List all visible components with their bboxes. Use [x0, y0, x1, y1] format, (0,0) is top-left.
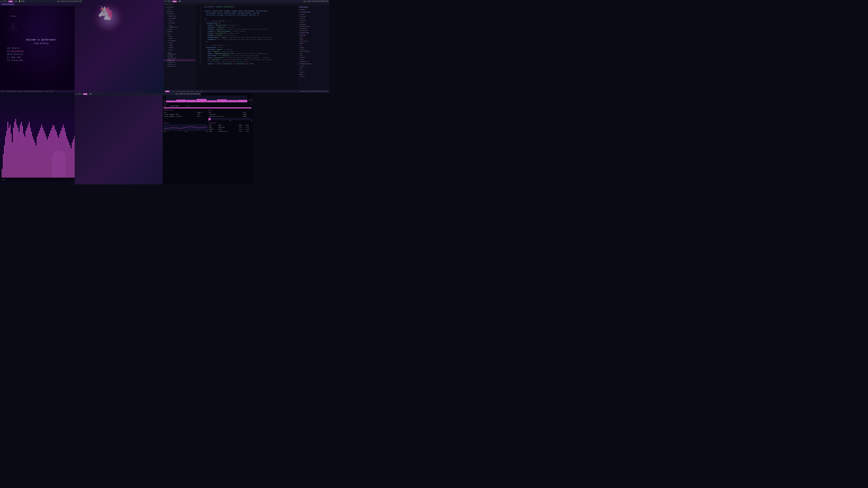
sm-temp-disk-row: Temperatures Dev Temp(°) card0 (amdgpu):… — [164, 109, 252, 122]
ce-tree-profiles[interactable]: ▾ profiles — [164, 13, 195, 15]
qb-menu-item-quickmarks[interactable]: [b] [Quickmarks] — [7, 50, 24, 53]
sm-proc-mem-3: 0.3% — [245, 130, 252, 132]
ce-tree-label: .dotfiles — [166, 6, 174, 8]
cava-bar — [59, 133, 60, 177]
cava-bar — [28, 125, 29, 177]
sm-proc-row-1: 2929 Hyprland 0.3% 0.4% — [209, 126, 252, 128]
sm-disks-table: Dev Size /dev/dm-0 / 504GB /dev/dm-0 /ni… — [209, 111, 252, 118]
ce-tree-lang[interactable]: ▸ lang — [164, 42, 195, 44]
cava-bar — [51, 131, 51, 177]
ce-tree-personal[interactable]: ▸ personal — [164, 17, 195, 20]
ce-tree-home[interactable]: ▸ home — [164, 37, 195, 39]
ce-outline-spawneditor: spawnEditor — [298, 61, 329, 63]
qb-tab-active[interactable]: Tech Profile — [1, 3, 15, 5]
cava-bar — [53, 125, 53, 177]
ce-tree-user[interactable]: ▾ user — [164, 33, 195, 35]
ce-tree-label: install.sh — [167, 66, 176, 67]
ce-tree-wsl[interactable]: ▸ wsl — [164, 24, 195, 26]
ce-outline-locale: locale — [298, 22, 329, 24]
folder-icon: ▾ — [166, 33, 167, 35]
cava-bar — [16, 119, 16, 177]
sm-net-download: 54.0 — [185, 131, 188, 132]
cpu-label2: 20% — [178, 0, 181, 2]
ce-tree-wm[interactable]: ▸ wm — [164, 51, 195, 53]
folder-icon: ▸ — [168, 35, 169, 37]
ce-tree-hardensh[interactable]: · harden.sh — [164, 61, 195, 63]
cava-bar — [52, 128, 52, 177]
folder-icon: ▸ — [166, 31, 167, 33]
cava-bar — [29, 122, 30, 177]
sm-disk-bar-fill — [209, 118, 211, 120]
folder-icon: ▸ — [168, 49, 169, 51]
sm-disks-header: Disks — [209, 109, 252, 111]
cava-bar — [35, 142, 35, 177]
cava-bar — [45, 133, 45, 177]
sm-proc-name-3: pipewire-pu... — [218, 130, 239, 132]
sm-proc-th-cpu: CPU% — [238, 124, 245, 126]
sm-disk-0s2: 0s — [251, 120, 252, 122]
ce-code-content[interactable]: description = "Flake of LibrePhoenix"; o… — [202, 5, 298, 90]
ce-tree-patches[interactable]: ▸ patches — [164, 10, 195, 13]
cava-bar — [27, 128, 27, 177]
qb-menu-item-search[interactable]: [o] [Search] — [7, 46, 24, 50]
cava-bar — [19, 132, 20, 177]
sm-temp-table: Dev Temp(°) card0 (amdgpu): edge 49°C ca… — [164, 111, 208, 118]
cava-bar — [54, 126, 55, 177]
qb-welcome: Welcome to Qutebrowser — [0, 39, 83, 41]
ce-tree-installsh[interactable]: · install.sh — [164, 65, 195, 67]
qb-tabbar[interactable]: Tech Profile — [0, 3, 83, 6]
datetime3: Sat 2024-03-09 05:06:00 PM — [176, 93, 200, 95]
cava-bar — [65, 132, 66, 177]
cava-bar — [39, 131, 40, 177]
qb-menu-item-newtab[interactable]: [t] [New tab] — [7, 56, 24, 59]
ce-tree-shell[interactable]: ▸ shell — [164, 46, 195, 48]
ce-tree-style[interactable]: ▸ style — [164, 48, 195, 51]
ce-tree-app[interactable]: ▸ app — [164, 35, 195, 37]
sm-proc-mem-1: 0.4% — [245, 126, 252, 128]
ce-tree-label: style — [169, 49, 174, 51]
topbar-right-monitor: ◆ Tech 100% 20% Sat 2024-03-09 05:06:00 … — [164, 0, 329, 3]
ce-outline-term: term — [298, 53, 329, 55]
ce-outline-browser: browser — [298, 48, 329, 51]
battery-badge3: 100% — [83, 93, 88, 95]
folder-icon: ▸ — [168, 42, 169, 44]
ce-tree-readmeorg1[interactable]: · README.org — [164, 26, 195, 28]
cava-window: cava — [0, 93, 74, 184]
ce-tree-themes[interactable]: ▸ themes — [164, 31, 195, 33]
ce-status-mode: Nix — [165, 91, 169, 92]
cava-bar — [6, 131, 7, 177]
ce-tree-license[interactable]: · LICENSE — [164, 55, 195, 57]
ce-status-right: Producer.p/LibrePhoenix.p Nix main — [300, 91, 328, 92]
ce-tree-system[interactable]: ▸ system — [164, 28, 195, 31]
ce-tree-pkgs[interactable]: ▸ pkgs — [164, 44, 195, 46]
ce-tree-installorg[interactable]: · install.org — [164, 63, 195, 65]
sm-cpu-graph: 100% 11 AVG 13 0 8 — [164, 96, 252, 102]
ce-tree-worklab[interactable]: ▸ worklab — [164, 22, 195, 24]
sm-memory-pct2: 0s — [188, 105, 189, 107]
sm-disk-labels: 0s 0% 0s — [209, 120, 252, 122]
sm-net-idle: 0% — [206, 131, 208, 132]
datetime: Sat 2024-03-09 05:06:00 PM — [57, 0, 82, 2]
qb-menu-item-closetab[interactable]: [x] [Close tab] — [7, 59, 24, 62]
ce-outline-editor: editor — [298, 59, 329, 61]
cpu-core-bar — [217, 99, 227, 102]
ce-outline-panel: ▸ description ▸ outputs ▾ systemSettings… — [298, 5, 329, 90]
ce-tree-root[interactable]: ▾ .dotfiles — [164, 6, 195, 8]
sm-memory-bar — [164, 107, 252, 108]
sm-proc-name-1: Hyprland — [218, 126, 239, 128]
ce-tree-git[interactable]: ▸ .git — [164, 8, 195, 10]
ce-tree-flakenix[interactable]: · flake.nix — [164, 59, 195, 61]
sm-memory-header-row: Memory 0s — [164, 103, 252, 105]
ce-tree-hardware[interactable]: ▸ hardware — [164, 39, 195, 42]
ce-tree-label: wsl — [169, 24, 172, 26]
sm-disk-th-dev: Dev — [209, 111, 242, 113]
cava-bar — [37, 136, 37, 177]
ce-tree-readmeorg2[interactable]: · README.org — [164, 53, 195, 55]
ce-filetree: ▾ .dotfiles ▸ .git ▸ patches ▾ profiles … — [164, 5, 195, 90]
ce-outline-wm: wm — [298, 44, 329, 46]
ce-tree-homelab[interactable]: ▸ home.lab — [164, 15, 195, 17]
ce-tree-desktoppng[interactable]: · desktop.png — [164, 57, 195, 59]
qb-menu-item-history[interactable]: [$ h] [History] — [7, 53, 24, 56]
ce-tree-label: wm — [169, 51, 171, 53]
ce-tree-work[interactable]: ▸ work — [164, 20, 195, 22]
